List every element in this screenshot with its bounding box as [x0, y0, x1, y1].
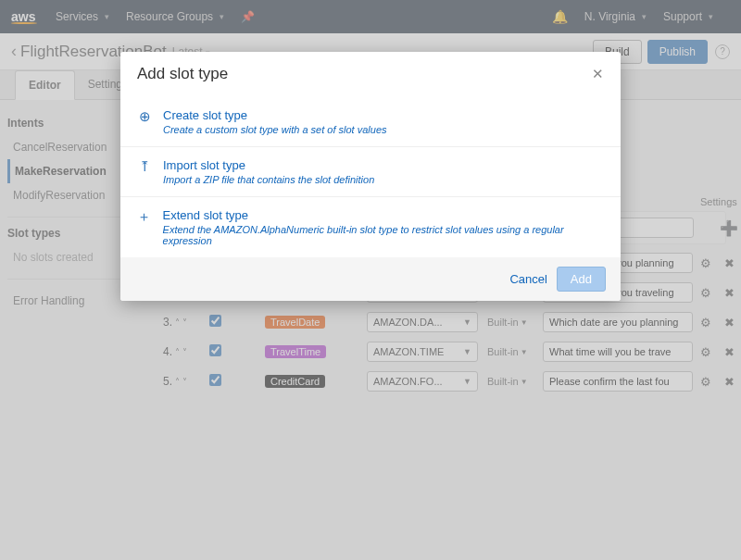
modal-overlay: Add slot type ✕ ⊕ Create slot type Creat…	[0, 0, 741, 560]
modal-option-desc: Import a ZIP file that contains the slot…	[163, 174, 374, 185]
modal-option-title[interactable]: Extend slot type	[163, 208, 604, 222]
modal-option-desc: Extend the AMAZON.AlphaNumeric built-in …	[163, 224, 604, 246]
add-button[interactable]: Add	[557, 267, 606, 292]
cancel-button[interactable]: Cancel	[509, 267, 546, 292]
modal-option[interactable]: ＋ Extend slot type Extend the AMAZON.Alp…	[120, 197, 621, 257]
upload-icon: ⤒	[137, 158, 152, 185]
modal-title: Add slot type	[137, 65, 228, 83]
modal-option-desc: Create a custom slot type with a set of …	[163, 124, 387, 135]
add-slot-type-modal: Add slot type ✕ ⊕ Create slot type Creat…	[120, 52, 621, 301]
modal-option-title[interactable]: Create slot type	[163, 108, 387, 122]
plus-icon: ＋	[137, 208, 152, 246]
close-icon[interactable]: ✕	[592, 66, 604, 82]
modal-option[interactable]: ⊕ Create slot type Create a custom slot …	[120, 97, 621, 147]
plus-circle-icon: ⊕	[137, 108, 152, 135]
modal-option[interactable]: ⤒ Import slot type Import a ZIP file tha…	[120, 147, 621, 197]
modal-option-title[interactable]: Import slot type	[163, 158, 374, 172]
